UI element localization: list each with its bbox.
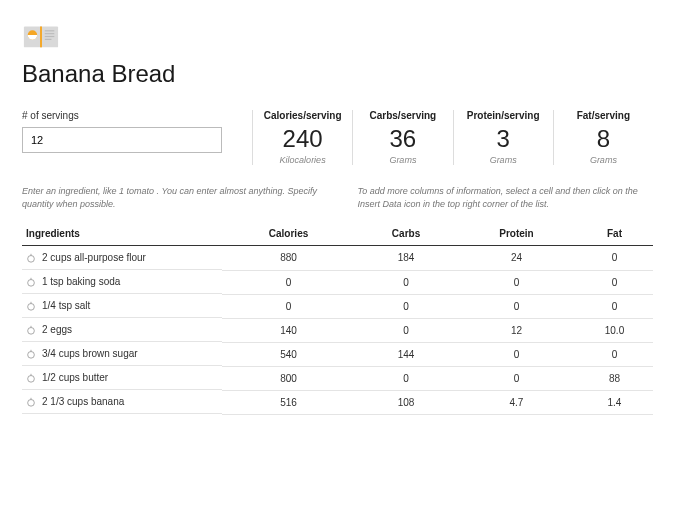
stat-fat: Fat/serving 8 Grams (553, 110, 653, 165)
table-header-row: Ingredients Calories Carbs Protein Fat (22, 222, 653, 246)
stat-unit: Grams (560, 155, 647, 165)
cell-protein[interactable]: 24 (457, 246, 576, 271)
stat-value: 36 (359, 125, 446, 153)
col-calories[interactable]: Calories (222, 222, 355, 246)
ingredient-text: 2 cups all-purpose flour (42, 252, 146, 263)
hints-row: Enter an ingredient, like 1 tomato . You… (22, 185, 653, 210)
stat-value: 3 (460, 125, 547, 153)
table-row[interactable]: 2 eggs14001210.0 (22, 318, 653, 342)
cell-protein[interactable]: 0 (457, 366, 576, 390)
svg-rect-6 (45, 39, 52, 40)
cell-calories[interactable]: 516 (222, 390, 355, 414)
svg-rect-1 (40, 26, 42, 47)
table-row[interactable]: 2 1/3 cups banana5161084.71.4 (22, 390, 653, 414)
col-protein[interactable]: Protein (457, 222, 576, 246)
stat-label: Carbs/serving (359, 110, 446, 121)
food-item-icon (26, 397, 36, 407)
svg-rect-3 (45, 30, 55, 31)
stat-value: 240 (259, 125, 346, 153)
cell-fat[interactable]: 1.4 (576, 390, 653, 414)
col-fat[interactable]: Fat (576, 222, 653, 246)
svg-point-11 (28, 303, 35, 310)
cell-ingredient[interactable]: 2 1/3 cups banana (22, 390, 222, 414)
ingredient-text: 2 1/3 cups banana (42, 396, 124, 407)
cell-carbs[interactable]: 0 (355, 270, 457, 294)
cell-ingredient[interactable]: 1/2 cups butter (22, 366, 222, 390)
cell-calories[interactable]: 0 (222, 294, 355, 318)
cell-fat[interactable]: 0 (576, 342, 653, 366)
cell-carbs[interactable]: 0 (355, 366, 457, 390)
food-item-icon (26, 277, 36, 287)
table-row[interactable]: 1 tsp baking soda0000 (22, 270, 653, 294)
servings-label: # of servings (22, 110, 232, 121)
stat-unit: Kilocalories (259, 155, 346, 165)
cell-carbs[interactable]: 0 (355, 318, 457, 342)
cell-carbs[interactable]: 144 (355, 342, 457, 366)
cell-fat[interactable]: 0 (576, 270, 653, 294)
cell-protein[interactable]: 12 (457, 318, 576, 342)
cell-protein[interactable]: 0 (457, 270, 576, 294)
stat-unit: Grams (359, 155, 446, 165)
svg-point-19 (28, 399, 35, 406)
svg-point-13 (28, 327, 35, 334)
food-item-icon (26, 301, 36, 311)
stat-protein: Protein/serving 3 Grams (453, 110, 553, 165)
cell-ingredient[interactable]: 2 eggs (22, 318, 222, 342)
cell-fat[interactable]: 88 (576, 366, 653, 390)
stat-carbs: Carbs/serving 36 Grams (352, 110, 452, 165)
stat-calories: Calories/serving 240 Kilocalories (252, 110, 352, 165)
cell-protein[interactable]: 4.7 (457, 390, 576, 414)
stat-label: Calories/serving (259, 110, 346, 121)
cell-calories[interactable]: 540 (222, 342, 355, 366)
servings-input[interactable] (22, 127, 222, 153)
page-title: Banana Bread (22, 60, 653, 88)
ingredients-table[interactable]: Ingredients Calories Carbs Protein Fat 2… (22, 222, 653, 415)
food-item-icon (26, 349, 36, 359)
table-row[interactable]: 3/4 cups brown sugar54014400 (22, 342, 653, 366)
cell-carbs[interactable]: 108 (355, 390, 457, 414)
ingredient-text: 1/4 tsp salt (42, 300, 90, 311)
ingredient-text: 1/2 cups butter (42, 372, 108, 383)
cell-ingredient[interactable]: 3/4 cups brown sugar (22, 342, 222, 366)
food-item-icon (26, 253, 36, 263)
recipe-book-icon (22, 20, 60, 50)
hint-left: Enter an ingredient, like 1 tomato . You… (22, 185, 318, 210)
svg-point-7 (28, 255, 35, 262)
stat-value: 8 (560, 125, 647, 153)
cell-calories[interactable]: 0 (222, 270, 355, 294)
svg-rect-5 (45, 36, 55, 37)
ingredient-text: 3/4 cups brown sugar (42, 348, 138, 359)
summary-row: # of servings Calories/serving 240 Kiloc… (22, 110, 653, 165)
svg-point-9 (28, 279, 35, 286)
svg-point-17 (28, 375, 35, 382)
cell-fat[interactable]: 0 (576, 294, 653, 318)
cell-fat[interactable]: 10.0 (576, 318, 653, 342)
ingredient-text: 1 tsp baking soda (42, 276, 120, 287)
stat-unit: Grams (460, 155, 547, 165)
stat-label: Fat/serving (560, 110, 647, 121)
table-row[interactable]: 1/2 cups butter8000088 (22, 366, 653, 390)
hint-right: To add more columns of information, sele… (358, 185, 654, 210)
col-ingredients[interactable]: Ingredients (22, 222, 222, 246)
food-item-icon (26, 373, 36, 383)
cell-fat[interactable]: 0 (576, 246, 653, 271)
cell-ingredient[interactable]: 1 tsp baking soda (22, 270, 222, 294)
table-row[interactable]: 1/4 tsp salt0000 (22, 294, 653, 318)
svg-point-15 (28, 351, 35, 358)
col-carbs[interactable]: Carbs (355, 222, 457, 246)
cell-ingredient[interactable]: 2 cups all-purpose flour (22, 246, 222, 270)
cell-carbs[interactable]: 0 (355, 294, 457, 318)
svg-rect-4 (45, 33, 55, 34)
ingredient-text: 2 eggs (42, 324, 72, 335)
cell-protein[interactable]: 0 (457, 294, 576, 318)
cell-calories[interactable]: 880 (222, 246, 355, 271)
cell-carbs[interactable]: 184 (355, 246, 457, 271)
cell-calories[interactable]: 140 (222, 318, 355, 342)
cell-calories[interactable]: 800 (222, 366, 355, 390)
food-item-icon (26, 325, 36, 335)
table-row[interactable]: 2 cups all-purpose flour880184240 (22, 246, 653, 271)
stat-label: Protein/serving (460, 110, 547, 121)
cell-protein[interactable]: 0 (457, 342, 576, 366)
cell-ingredient[interactable]: 1/4 tsp salt (22, 294, 222, 318)
